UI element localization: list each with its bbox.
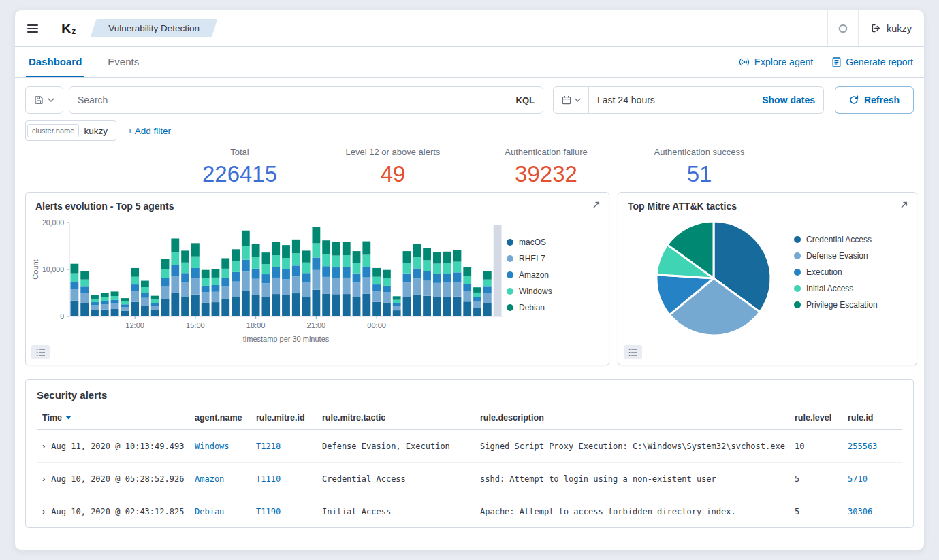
svg-text:Count: Count <box>31 260 39 280</box>
breadcrumb[interactable]: Vulnerability Detection <box>93 19 214 37</box>
cell-level: 10 <box>789 430 842 463</box>
legend-item-defense-evasion[interactable]: Defense Evasion <box>794 251 910 261</box>
legend-dot <box>794 269 801 276</box>
user-menu[interactable]: kukzy <box>859 23 924 34</box>
time-range-value[interactable]: Last 24 hours <box>589 95 762 105</box>
legend-item-amazon[interactable]: Amazon <box>507 270 592 280</box>
legend-toggle-button[interactable] <box>624 345 642 359</box>
menu-icon[interactable] <box>15 10 50 46</box>
query-bar: KQL Last 24 hours Show dates <box>15 78 924 114</box>
legend-toggle-button[interactable] <box>31 345 50 359</box>
stat-value: 39232 <box>470 162 623 186</box>
explore-agent-button[interactable]: Explore agent <box>739 56 813 67</box>
tab-events[interactable]: Events <box>105 47 142 77</box>
legend-label: RHEL7 <box>519 254 545 263</box>
legend-item-windows[interactable]: Windows <box>507 286 592 296</box>
cell-tactic: Credential Access <box>317 463 475 495</box>
column-header-rule-level: rule.level <box>789 406 842 430</box>
stat-auth-failure: Authentication failure 39232 <box>470 147 623 186</box>
health-ring-icon[interactable] <box>827 10 859 46</box>
cell-description: Signed Script Proxy Execution: C:\Window… <box>475 430 789 463</box>
expand-arrow-glyph <box>900 201 908 210</box>
panel-title: Top Mitre ATT&K tactics <box>618 193 917 213</box>
add-filter-button[interactable]: + Add filter <box>127 126 171 136</box>
column-header-time[interactable]: Time <box>37 406 189 430</box>
legend-label: Windows <box>519 286 552 296</box>
row-expand-icon[interactable]: › <box>42 474 45 484</box>
alerts-chart-wrap: 010,00020,00012:0015:0018:0021:0000:00ti… <box>26 213 609 345</box>
refresh-icon <box>849 95 859 105</box>
security-alerts-panel: Security alerts Time agent.n <box>25 379 914 528</box>
cell-rule-id-link[interactable]: 30306 <box>842 495 902 528</box>
breadcrumb-label: Vulnerability Detection <box>108 23 200 33</box>
kql-button[interactable]: KQL <box>509 95 535 105</box>
cell-time: Aug 10, 2020 @ 02:43:12.825 <box>51 507 184 516</box>
legend-dot <box>507 288 513 295</box>
legend-dot <box>794 252 801 259</box>
cell-description: Apache: Attempt to access forbidden dire… <box>475 495 789 528</box>
legend-item-credential-access[interactable]: Credential Access <box>794 235 910 244</box>
filter-row: cluster.name kukzy + Add filter <box>15 114 924 141</box>
tab-dashboard[interactable]: Dashboard <box>26 47 84 77</box>
cell-agent-link[interactable]: Debian <box>189 495 251 528</box>
svg-text:00:00: 00:00 <box>367 321 386 329</box>
table-row: › Aug 10, 2020 @ 05:28:52.926 Amazon T11… <box>37 463 902 495</box>
cell-agent-link[interactable]: Amazon <box>189 463 251 495</box>
cell-agent-link[interactable]: Windows <box>189 430 251 463</box>
legend-item-initial-access[interactable]: Initial Access <box>794 284 910 293</box>
legend-item-execution[interactable]: Execution <box>794 267 910 277</box>
legend-item-privilege-escalation[interactable]: Privilege Escalation <box>794 300 910 310</box>
saved-query-icon <box>34 95 44 105</box>
stats-row: Total 226415 Level 12 or above alerts 49… <box>15 141 924 192</box>
stat-value: 51 <box>623 162 776 186</box>
legend-dot <box>794 236 801 243</box>
tab-actions: Explore agent Generate report <box>739 47 913 77</box>
calendar-button[interactable] <box>554 87 589 113</box>
refresh-label: Refresh <box>864 95 900 105</box>
app-logo[interactable]: K z <box>50 20 86 37</box>
cell-mitre-id-link[interactable]: T1110 <box>251 463 317 495</box>
alerts-bar-chart[interactable]: 010,00020,00012:0015:0018:0021:0000:00ti… <box>30 214 507 345</box>
cell-mitre-id-link[interactable]: T1190 <box>251 495 317 528</box>
mitre-legend: Credential Access Defense Evasion Execut… <box>794 218 910 310</box>
cell-rule-id-link[interactable]: 5710 <box>842 463 902 495</box>
mitre-chart-wrap: Credential Access Defense Evasion Execut… <box>618 213 917 338</box>
logout-icon <box>871 23 881 33</box>
cell-description: sshd: Attempt to login using a non-exist… <box>475 463 789 495</box>
expand-icon[interactable] <box>897 199 910 212</box>
saved-query-button[interactable] <box>25 86 63 114</box>
refresh-button[interactable]: Refresh <box>835 86 914 114</box>
svg-text:12:00: 12:00 <box>125 321 144 329</box>
app-window: K z Vulnerability Detection kukzy <box>14 10 925 550</box>
panel-title: Alerts evolution - Top 5 agents <box>26 193 609 213</box>
chevron-down-icon <box>575 98 581 102</box>
legend-toggle-icon <box>36 348 46 357</box>
stat-label: Level 12 or above alerts <box>317 147 470 157</box>
expand-arrow-glyph <box>592 201 601 210</box>
legend-item-macos[interactable]: macOS <box>507 237 592 247</box>
sort-desc-icon <box>65 416 71 420</box>
legend-item-rhel7[interactable]: RHEL7 <box>507 254 592 263</box>
search-input[interactable] <box>78 95 509 105</box>
cell-time: Aug 10, 2020 @ 05:28:52.926 <box>51 474 184 484</box>
row-expand-icon[interactable]: › <box>42 506 45 516</box>
filter-pill[interactable]: cluster.name kukzy <box>25 120 116 141</box>
mitre-pie-chart[interactable] <box>654 218 774 338</box>
show-dates-button[interactable]: Show dates <box>762 95 823 105</box>
row-expand-icon[interactable]: › <box>42 441 45 451</box>
legend-label: macOS <box>519 237 546 247</box>
legend-label: Credential Access <box>806 235 872 244</box>
stat-label: Authentication success <box>623 147 776 157</box>
broadcast-icon <box>739 57 750 67</box>
alerts-evolution-panel: Alerts evolution - Top 5 agents 010,0002… <box>25 192 609 365</box>
table-row: › Aug 11, 2020 @ 10:13:49.493 Windows T1… <box>37 430 902 463</box>
cell-rule-id-link[interactable]: 255563 <box>842 430 902 463</box>
stat-label: Authentication failure <box>470 147 623 157</box>
legend-item-debian[interactable]: Debian <box>507 303 592 312</box>
cell-mitre-id-link[interactable]: T1218 <box>251 430 317 463</box>
mitre-tactics-panel: Top Mitre ATT&K tactics Credential Acces… <box>618 192 917 365</box>
generate-report-button[interactable]: Generate report <box>832 56 913 67</box>
logo-letter-z: z <box>71 27 76 36</box>
expand-icon[interactable] <box>590 199 603 212</box>
date-picker: Last 24 hours Show dates <box>553 86 824 114</box>
